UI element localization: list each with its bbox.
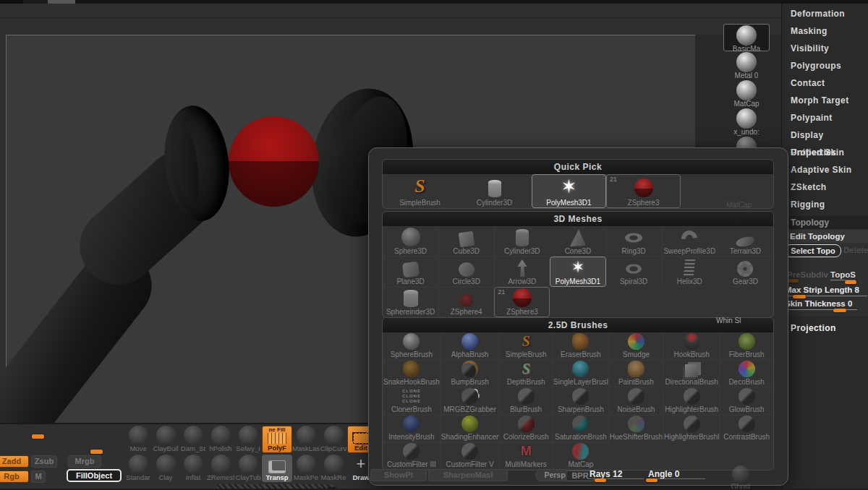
brushes-25d-title[interactable]: 2.5D Brushes <box>383 318 773 332</box>
directionalbrush-item[interactable]: DirectionalBrush <box>663 360 720 387</box>
polymesh3d1-item[interactable]: ✶ PolyMesh3D1 <box>550 257 605 287</box>
hpolish-item[interactable]: hPolish <box>207 426 234 453</box>
zsphere3-item[interactable]: 21 ZSphere3 <box>606 174 681 208</box>
rigging-item[interactable]: Rigging <box>782 196 868 213</box>
masklas-item[interactable]: MaskLas <box>292 426 320 453</box>
fillobject-button[interactable]: FillObject <box>67 469 122 482</box>
clipcurv-item[interactable]: ClipCurv <box>320 426 347 453</box>
spherebrush-item[interactable]: SphereBrush <box>383 332 441 360</box>
singlelayerbrusl-item[interactable]: SingleLayerBrusl <box>553 360 609 387</box>
maskre-item[interactable]: MaskRe <box>320 455 347 482</box>
depthbrush-item[interactable]: S DepthBrush <box>499 360 553 387</box>
polygroups-item[interactable]: Polygroups <box>782 57 868 74</box>
customfilter-v-item[interactable]: CustomFilter V <box>441 442 500 470</box>
z-intensity-handle[interactable] <box>32 434 44 439</box>
paintbrush-item[interactable]: PaintBrush <box>609 360 663 387</box>
skin-thickness-handle[interactable] <box>833 309 846 312</box>
showpt-button[interactable]: ShowPt <box>370 469 427 481</box>
sharpenbrush-item[interactable]: SharpenBrush <box>553 387 609 415</box>
helix3d-item[interactable]: Helix3D <box>662 257 718 287</box>
zadd-button[interactable]: Zadd <box>0 455 29 468</box>
selwy-i-item[interactable]: Selwy_I <box>234 426 262 453</box>
zsphere-model[interactable] <box>229 116 319 207</box>
projection-menu-item[interactable]: Projection <box>791 323 836 333</box>
rgb-button[interactable]: Rgb <box>0 470 29 483</box>
ghost-button[interactable]: Ghost <box>725 465 757 490</box>
inflat-item[interactable]: Inflat <box>179 455 207 482</box>
sweepprofile3d-item[interactable]: SweepProfile3D <box>662 226 718 257</box>
arrow3d-item[interactable]: Arrow3D <box>494 257 550 287</box>
hueshifterbrush-item[interactable]: HueShifterBrush <box>609 415 663 442</box>
dam-st-item[interactable]: Dam_St <box>179 426 207 453</box>
max-strip-length-handle[interactable] <box>793 295 806 298</box>
edit-topology-button[interactable]: Edit Topology <box>784 230 868 243</box>
angle-slider-handle[interactable] <box>646 478 658 482</box>
matcap-item[interactable]: MatCap <box>553 442 609 470</box>
cylinder3d-item[interactable]: Cylinder3D <box>494 226 550 257</box>
matcap-item[interactable]: MatCap <box>723 80 770 108</box>
intensitybrush-item[interactable]: IntensityBrush <box>383 415 441 442</box>
polymesh3d1-item[interactable]: ✶ PolyMesh3D1 <box>532 174 606 208</box>
masking-item[interactable]: Masking <box>782 22 868 40</box>
meshes-3d-title[interactable]: 3D Meshes <box>383 212 773 226</box>
clonerbrush-item[interactable]: CLONE CLONE CLONE ClonerBrush <box>383 387 441 415</box>
alphabrush-item[interactable]: AlphaBrush <box>441 332 500 360</box>
highlighterbrush-item[interactable]: HighlighterBrush <box>663 387 720 415</box>
rays-slider[interactable]: Rays 12 <box>590 469 622 479</box>
presubdiv-slider-handle[interactable] <box>787 279 799 283</box>
glowbrush-item[interactable]: GlowBrush <box>720 387 773 415</box>
gear3d-item[interactable]: Gear3D <box>718 257 773 287</box>
standar-item[interactable]: Standar <box>124 455 152 482</box>
spiral3d-item[interactable]: Spiral3D <box>606 257 662 287</box>
contact-item[interactable]: Contact <box>782 74 868 92</box>
move-item[interactable]: Move <box>124 426 152 453</box>
skin-thickness-slider[interactable]: Skin Thickness 0 <box>785 299 857 310</box>
contrastbrush-item[interactable]: ContrastBrush <box>720 415 773 442</box>
display-properties-item[interactable]: Display Properties <box>782 126 868 144</box>
topology-section-header[interactable]: Topology <box>782 216 868 229</box>
polypaint-item[interactable]: Polypaint <box>782 109 868 126</box>
mrgb-button[interactable]: Mrgb <box>68 455 101 468</box>
sphere3d-item[interactable]: Sphere3D <box>383 226 438 257</box>
x-undo-item[interactable]: x_undo: <box>723 108 770 136</box>
unified-skin-item[interactable]: Unified Skin <box>782 144 868 161</box>
bumpbrush-item[interactable]: BumpBrush <box>441 360 500 387</box>
deformation-item[interactable]: Deformation <box>782 5 868 22</box>
snakehookbrush-item[interactable]: SnakeHookBrush <box>383 360 441 387</box>
cylinder3d-item[interactable]: Cylinder3D <box>457 174 532 208</box>
claytub-item[interactable]: ClayTub <box>234 455 262 482</box>
blurbrush-item[interactable]: BlurBrush <box>499 387 553 415</box>
terrain3d-item[interactable]: Terrain3D <box>718 226 773 257</box>
sharpenmask-button[interactable]: SharpenMasl <box>428 469 508 481</box>
eraserbrush-item[interactable]: EraserBrush <box>553 332 609 360</box>
highlighterbrushl-item[interactable]: HighlighterBrushl <box>663 415 720 442</box>
transp-item[interactable]: Transp <box>262 455 292 482</box>
simplebrush-item[interactable]: S SimpleBrush <box>499 332 553 360</box>
customfilter-iii-item[interactable]: CustomFilter III <box>383 442 441 470</box>
hookbrush-item[interactable]: HookBrush <box>663 332 720 360</box>
zsphere3-item[interactable]: 21 ZSphere3 <box>494 287 550 317</box>
rgb-intensity-handle[interactable] <box>90 450 103 454</box>
zsphere4-item[interactable]: ZSphere4 <box>438 287 494 317</box>
multimarkers-item[interactable]: M MultiMarkers <box>499 442 553 470</box>
sphereinder3d-item[interactable]: Sphereinder3D <box>383 287 438 317</box>
adaptive-skin-item[interactable]: Adaptive Skin <box>782 161 868 179</box>
noisebrush-item[interactable]: NoiseBrush <box>609 387 663 415</box>
maskpe-item[interactable]: MaskPe <box>292 455 320 482</box>
rays-slider-handle[interactable] <box>595 478 606 482</box>
quick-pick-title[interactable]: Quick Pick <box>383 160 773 174</box>
fiberbrush-item[interactable]: FiberBrush <box>720 332 773 360</box>
polyf-item[interactable]: ne Fill PolyF <box>262 426 292 453</box>
shadingenhancer-item[interactable]: ShadingEnhancer <box>441 415 500 442</box>
m-button[interactable]: M <box>31 470 46 483</box>
simplebrush-item[interactable]: S SimpleBrush <box>383 174 457 208</box>
clay-item[interactable]: Clay <box>152 455 179 482</box>
colorizebrush-item[interactable]: ColorizeBrush <box>499 415 553 442</box>
zsketch-item[interactable]: ZSketch <box>782 179 868 196</box>
zsub-button[interactable]: Zsub <box>31 455 57 468</box>
angle-slider[interactable]: Angle 0 <box>648 469 679 479</box>
metal-0-item[interactable]: Metal 0 <box>723 52 770 79</box>
circle3d-item[interactable]: Circle3D <box>438 257 494 287</box>
cone3d-item[interactable]: Cone3D <box>550 226 605 257</box>
cube3d-item[interactable]: Cube3D <box>438 226 494 257</box>
